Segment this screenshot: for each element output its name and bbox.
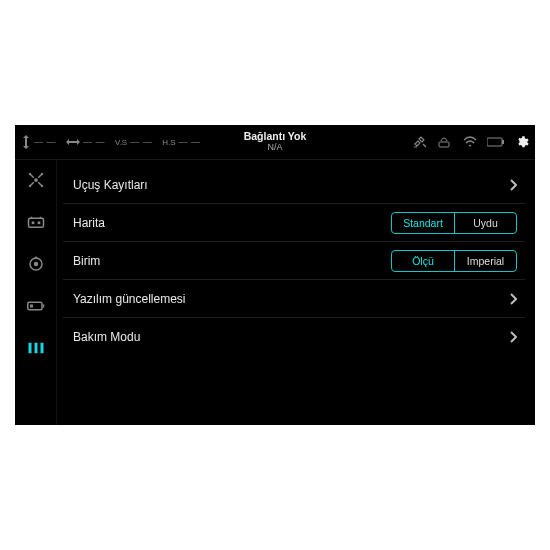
svg-rect-14 [42, 305, 44, 308]
svg-rect-18 [40, 343, 43, 354]
vspeed-value: — — [130, 137, 152, 147]
sidebar-item-gimbal[interactable] [26, 254, 46, 274]
hspeed-icon: H.S — — [162, 137, 200, 147]
units-option-imperial[interactable]: Imperial [454, 251, 516, 271]
battery-icon [487, 137, 505, 147]
svg-rect-13 [27, 302, 41, 310]
map-type-option-standard[interactable]: Standart [392, 213, 454, 233]
units-segmented: Ölçü Imperial [391, 250, 517, 272]
chevron-right-icon [509, 293, 517, 305]
svg-rect-15 [30, 305, 33, 308]
svg-rect-17 [34, 343, 37, 354]
settings-sidebar [15, 160, 57, 425]
settings-list: Uçuş Kayıtları Harita Standart Uydu Biri… [57, 160, 535, 425]
settings-gear-icon[interactable] [515, 135, 529, 149]
units-option-metric[interactable]: Ölçü [392, 251, 454, 271]
row-firmware-update[interactable]: Yazılım güncellemesi [63, 280, 525, 318]
settings-body: Uçuş Kayıtları Harita Standart Uydu Biri… [15, 159, 535, 425]
altitude-value: — — [34, 137, 56, 147]
svg-rect-0 [439, 142, 449, 147]
sidebar-item-drone[interactable] [26, 170, 46, 190]
altitude-icon: — — [21, 135, 56, 149]
vspeed-icon: V.S — — [115, 137, 152, 147]
top-bar: — — — — V.S — — H.S — — Bağlantı Yok N/A [15, 125, 535, 159]
rc-signal-icon [437, 136, 453, 148]
row-units: Birim Ölçü Imperial [63, 242, 525, 280]
map-type-option-satellite[interactable]: Uydu [454, 213, 516, 233]
row-label: Yazılım güncellemesi [73, 292, 186, 306]
row-label: Harita [73, 216, 105, 230]
svg-rect-8 [28, 218, 43, 227]
top-right-indicators [413, 135, 529, 149]
svg-point-7 [40, 185, 42, 187]
row-maintenance-mode[interactable]: Bakım Modu [63, 318, 525, 356]
svg-rect-16 [28, 343, 31, 354]
svg-point-4 [28, 173, 30, 175]
svg-point-12 [33, 262, 38, 267]
connection-status: Bağlantı Yok N/A [244, 131, 307, 152]
svg-point-10 [37, 221, 40, 224]
row-map-type: Harita Standart Uydu [63, 204, 525, 242]
top-left-indicators: — — — — V.S — — H.S — — [21, 135, 201, 149]
distance-icon: — — [66, 137, 105, 147]
app-window: — — — — V.S — — H.S — — Bağlantı Yok N/A [15, 125, 535, 425]
svg-point-9 [31, 221, 34, 224]
chevron-right-icon [509, 331, 517, 343]
sidebar-item-battery[interactable] [26, 296, 46, 316]
wifi-icon [463, 136, 477, 148]
chevron-right-icon [509, 179, 517, 191]
svg-point-6 [28, 185, 30, 187]
distance-value: — — [83, 137, 105, 147]
svg-rect-1 [487, 138, 502, 146]
row-label: Birim [73, 254, 100, 268]
sidebar-item-general[interactable] [26, 338, 46, 358]
hspeed-value: — — [179, 137, 201, 147]
map-type-segmented: Standart Uydu [391, 212, 517, 234]
svg-rect-2 [502, 140, 504, 144]
satellite-icon [413, 136, 427, 148]
connection-subtitle: N/A [244, 143, 307, 153]
sidebar-item-controller[interactable] [26, 212, 46, 232]
svg-point-5 [40, 173, 42, 175]
connection-title: Bağlantı Yok [244, 131, 307, 143]
svg-point-3 [34, 178, 38, 182]
row-label: Bakım Modu [73, 330, 140, 344]
row-label: Uçuş Kayıtları [73, 178, 148, 192]
row-flight-records[interactable]: Uçuş Kayıtları [63, 166, 525, 204]
